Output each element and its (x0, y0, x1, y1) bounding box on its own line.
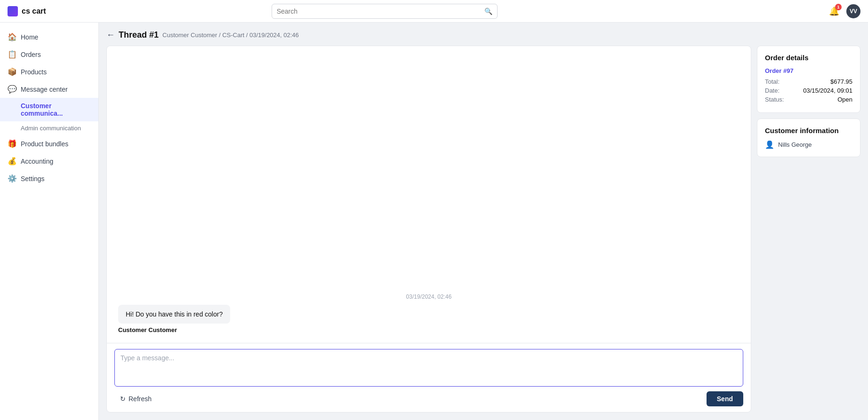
avatar[interactable]: VV (846, 4, 860, 18)
order-date-label: Date: (765, 87, 780, 94)
sidebar-label-accounting: Accounting (21, 158, 53, 165)
header-right: 🔔 1 VV (828, 4, 860, 18)
thread-header: ← Thread #1 Customer Customer / CS-Cart … (106, 30, 860, 40)
message-bubble: Hi! Do you have this in red color? (118, 305, 230, 324)
sidebar-label-admin-communication: Admin communication (21, 125, 81, 132)
order-total-row: Total: $677.95 (765, 78, 852, 85)
sidebar-label-settings: Settings (21, 175, 45, 182)
message-sender: Customer Customer (118, 326, 739, 333)
settings-icon: ⚙️ (8, 174, 16, 183)
sidebar-item-product-bundles[interactable]: 🎁 Product bundles (0, 135, 98, 152)
home-icon: 🏠 (8, 32, 16, 41)
thread-participants: Customer Customer / CS-Cart (162, 32, 244, 39)
refresh-label: Refresh (129, 395, 152, 403)
product-bundles-icon: 🎁 (8, 139, 16, 148)
sidebar-item-home[interactable]: 🏠 Home (0, 28, 98, 46)
sidebar-label-product-bundles: Product bundles (21, 140, 68, 148)
order-status-row: Status: Open (765, 96, 852, 103)
thread-title: Thread #1 (119, 30, 159, 40)
customer-info-title: Customer information (765, 127, 852, 135)
sidebar-label-orders: Orders (21, 51, 41, 58)
top-header: cs cart 🔍 🔔 1 VV (0, 0, 868, 23)
thread-date-separator: / (246, 32, 249, 39)
products-icon: 📦 (8, 67, 16, 76)
order-total-label: Total: (765, 78, 780, 85)
search-bar[interactable]: 🔍 (272, 4, 498, 19)
back-button[interactable]: ← (106, 30, 115, 40)
message-actions: ↻ Refresh Send (114, 391, 743, 406)
order-details-card: Order details Order #97 Total: $677.95 D… (757, 46, 860, 113)
back-arrow-icon: ← (106, 30, 115, 40)
sidebar-label-message-center: Message center (21, 86, 68, 93)
message-input[interactable] (114, 349, 743, 387)
customer-info-card: Customer information 👤 Nills George (757, 119, 860, 157)
sidebar: 🏠 Home 📋 Orders 📦 Products 💬 Message cen… (0, 23, 99, 420)
search-input[interactable] (277, 8, 482, 15)
order-date-row: Date: 03/15/2024, 09:01 (765, 87, 852, 94)
customer-row: 👤 Nills George (765, 140, 852, 149)
customer-icon: 👤 (765, 140, 774, 149)
layout: 🏠 Home 📋 Orders 📦 Products 💬 Message cen… (0, 23, 868, 420)
sidebar-item-settings[interactable]: ⚙️ Settings (0, 170, 98, 187)
accounting-icon: 💰 (8, 157, 16, 166)
sidebar-item-customer-communication[interactable]: Customer communica... (0, 98, 98, 121)
sidebar-label-home: Home (21, 33, 38, 41)
main-content: ← Thread #1 Customer Customer / CS-Cart … (99, 23, 868, 420)
sidebar-item-message-center[interactable]: 💬 Message center (0, 80, 98, 98)
message-center-icon: 💬 (8, 85, 16, 94)
customer-name: Nills George (778, 141, 812, 148)
sidebar-label-products: Products (21, 68, 47, 76)
order-total-value: $677.95 (830, 78, 852, 85)
send-label: Send (717, 395, 733, 403)
refresh-button[interactable]: ↻ Refresh (114, 392, 157, 405)
logo-area: cs cart (8, 6, 106, 16)
right-panel: Order details Order #97 Total: $677.95 D… (757, 46, 860, 412)
message-group: 03/19/2024, 02:46 Hi! Do you have this i… (118, 293, 739, 333)
refresh-icon: ↻ (120, 395, 126, 403)
sidebar-item-orders[interactable]: 📋 Orders (0, 46, 98, 63)
messages-area: 03/19/2024, 02:46 Hi! Do you have this i… (107, 46, 751, 343)
order-status-label: Status: (765, 96, 784, 103)
thread-meta: Customer Customer / CS-Cart / 03/19/2024… (162, 32, 299, 39)
search-icon: 🔍 (484, 8, 492, 15)
message-timestamp: 03/19/2024, 02:46 (118, 293, 739, 300)
sidebar-item-admin-communication[interactable]: Admin communication (0, 121, 98, 135)
order-date-value: 03/15/2024, 09:01 (803, 87, 852, 94)
thread-body: 03/19/2024, 02:46 Hi! Do you have this i… (106, 46, 860, 412)
logo-icon (8, 6, 18, 16)
sidebar-label-customer-communication: Customer communica... (21, 102, 91, 117)
order-status-value: Open (837, 96, 852, 103)
orders-icon: 📋 (8, 50, 16, 59)
logo-text: cs cart (22, 7, 46, 16)
thread-date: 03/19/2024, 02:46 (249, 32, 299, 39)
notifications-button[interactable]: 🔔 1 (828, 5, 841, 18)
message-input-area: ↻ Refresh Send (107, 343, 751, 412)
sidebar-item-products[interactable]: 📦 Products (0, 63, 98, 80)
order-link[interactable]: Order #97 (765, 67, 852, 74)
notification-badge: 1 (835, 4, 842, 10)
order-details-title: Order details (765, 54, 852, 62)
sidebar-item-accounting[interactable]: 💰 Accounting (0, 152, 98, 170)
send-button[interactable]: Send (707, 391, 743, 406)
chat-panel: 03/19/2024, 02:46 Hi! Do you have this i… (106, 46, 751, 412)
